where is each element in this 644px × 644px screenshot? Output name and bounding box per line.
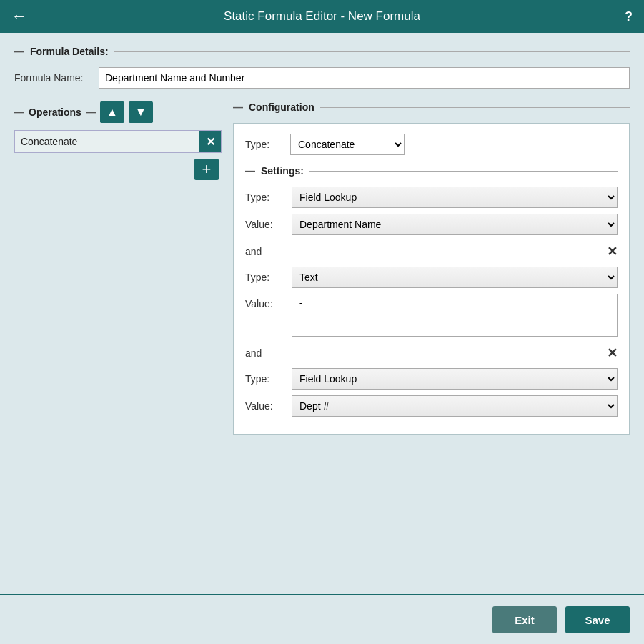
exit-button[interactable]: Exit	[492, 606, 557, 633]
main-content: — Formula Details: Formula Name: — Opera…	[0, 33, 644, 594]
formula-details-dash: —	[14, 46, 24, 57]
two-col-layout: — Operations — ▲ ▼ Concatenate ✕ + — Con…	[14, 101, 630, 435]
operations-panel: — Operations — ▲ ▼ Concatenate ✕ +	[14, 101, 222, 435]
delete-block3-button[interactable]: ✕	[607, 345, 618, 361]
settings-block2-type-row: Type: Field Lookup Text Number	[245, 267, 618, 288]
operations-header: — Operations — ▲ ▼	[14, 101, 222, 123]
settings-label: Settings:	[261, 165, 304, 177]
titlebar: ← Static Formula Editor - New Formula ?	[0, 0, 644, 33]
operations-label: Operations	[29, 106, 81, 118]
settings-block3-type-select[interactable]: Field Lookup Text Number	[292, 368, 618, 390]
config-type-select[interactable]: Concatenate Add Subtract	[290, 134, 405, 155]
and-row-2: and ✕	[245, 345, 618, 361]
ops-dash2: —	[86, 106, 96, 118]
formula-details-line	[114, 51, 630, 52]
settings-block-2: Type: Field Lookup Text Number Value: -	[245, 267, 618, 337]
settings-block1-type-select[interactable]: Field Lookup Text Number	[292, 187, 618, 208]
configuration-header: — Configuration	[233, 101, 630, 113]
footer: Exit Save	[0, 594, 644, 644]
settings-block-1: Type: Field Lookup Text Number Value: De…	[245, 187, 618, 235]
settings-block3-type-row: Type: Field Lookup Text Number	[245, 368, 618, 390]
ops-dash: —	[14, 106, 24, 118]
configuration-panel: — Configuration Type: Concatenate Add Su…	[222, 101, 630, 435]
settings-block1-value-label: Value:	[245, 219, 284, 230]
add-operation-button[interactable]: +	[194, 159, 219, 180]
settings-block1-type-label: Type:	[245, 192, 284, 203]
and-label-1: and	[245, 246, 262, 257]
config-type-label: Type:	[245, 139, 284, 150]
formula-details-label: Formula Details:	[30, 46, 109, 57]
settings-block2-value-input[interactable]: -	[292, 294, 618, 337]
formula-name-label: Formula Name:	[14, 72, 93, 84]
settings-block1-type-row: Type: Field Lookup Text Number	[245, 187, 618, 208]
save-button[interactable]: Save	[565, 606, 630, 633]
settings-line	[309, 171, 618, 172]
formula-name-input[interactable]	[99, 67, 630, 89]
settings-block2-type-select[interactable]: Field Lookup Text Number	[292, 267, 618, 288]
settings-block2-type-label: Type:	[245, 272, 284, 283]
settings-block3-value-label: Value:	[245, 400, 284, 412]
ops-down-button[interactable]: ▼	[129, 101, 153, 123]
config-dash: —	[233, 101, 243, 113]
settings-block2-value-row: Value: -	[245, 294, 618, 337]
operations-list: Concatenate ✕	[14, 130, 222, 153]
config-line	[320, 107, 630, 108]
ops-up-button[interactable]: ▲	[100, 101, 124, 123]
formula-name-row: Formula Name:	[14, 67, 630, 89]
ops-item-label: Concatenate	[15, 132, 199, 152]
ops-item-delete-button[interactable]: ✕	[199, 131, 221, 152]
settings-block1-value-select[interactable]: Department Name Dept # Employee ID	[292, 214, 618, 235]
settings-block-3: Type: Field Lookup Text Number Value: De…	[245, 368, 618, 417]
settings-block2-value-label: Value:	[245, 294, 284, 309]
back-button[interactable]: ←	[11, 7, 27, 26]
settings-block3-type-label: Type:	[245, 373, 284, 385]
and-row-1: and ✕	[245, 244, 618, 259]
settings-block3-value-select[interactable]: Department Name Dept # Employee ID	[292, 395, 618, 417]
settings-dash: —	[245, 165, 255, 177]
config-type-row: Type: Concatenate Add Subtract	[245, 134, 618, 155]
settings-block1-value-row: Value: Department Name Dept # Employee I…	[245, 214, 618, 235]
settings-block3-value-row: Value: Department Name Dept # Employee I…	[245, 395, 618, 417]
configuration-label: Configuration	[249, 101, 314, 113]
and-label-2: and	[245, 347, 262, 359]
formula-details-header: — Formula Details:	[14, 46, 630, 57]
settings-header: — Settings:	[245, 165, 618, 177]
configuration-box: Type: Concatenate Add Subtract — Setting…	[233, 123, 630, 435]
help-button[interactable]: ?	[625, 9, 633, 24]
ops-item-concatenate[interactable]: Concatenate ✕	[14, 130, 222, 153]
delete-block2-button[interactable]: ✕	[607, 244, 618, 259]
page-title: Static Formula Editor - New Formula	[224, 9, 420, 24]
